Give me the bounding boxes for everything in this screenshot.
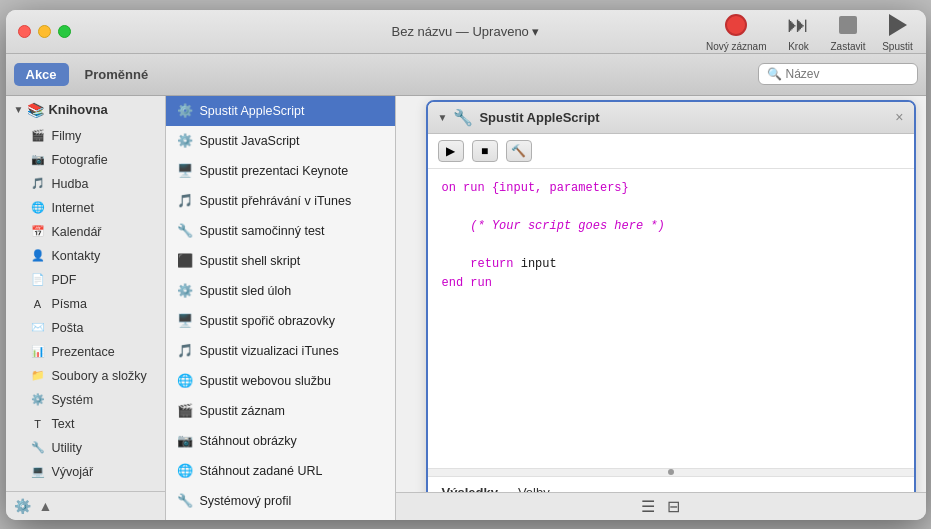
code-line-1 <box>442 198 900 217</box>
action-item-9[interactable]: 🌐 Spustit webovou službu <box>166 366 395 396</box>
action-item-13[interactable]: 🔧 Systémový profil <box>166 486 395 516</box>
panel-close-button[interactable]: × <box>895 110 903 124</box>
sidebar-item-utility[interactable]: 🔧 Utility <box>6 436 165 460</box>
action-item-7[interactable]: 🖥️ Spustit spořič obrazovky <box>166 306 395 336</box>
scroll-dot <box>668 469 674 475</box>
sidebar-triangle: ▼ <box>14 104 24 115</box>
panel-play-icon: ▶ <box>446 144 455 158</box>
action-icon-9: 🌐 <box>176 372 194 390</box>
sidebar-item-filmy[interactable]: 🎬 Filmy <box>6 124 165 148</box>
action-icon-4: 🔧 <box>176 222 194 240</box>
panel-hammer-icon: 🔨 <box>511 144 526 158</box>
panel-header: ▼ 🔧 Spustit AppleScript × <box>428 102 914 134</box>
action-icon-8: 🎵 <box>176 342 194 360</box>
action-list: ⚙️ Spustit AppleScript ⚙️ Spustit JavaSc… <box>166 96 396 520</box>
action-icon-10: 🎬 <box>176 402 194 420</box>
minimize-button[interactable] <box>38 25 51 38</box>
code-line-0: on run {input, parameters} <box>442 179 900 198</box>
step-icon: ⏭ <box>782 11 814 39</box>
film-icon: 🎬 <box>30 128 46 144</box>
close-button[interactable] <box>18 25 31 38</box>
action-item-0[interactable]: ⚙️ Spustit AppleScript <box>166 96 395 126</box>
search-input[interactable] <box>786 67 909 81</box>
code-line-5: end run <box>442 274 900 293</box>
sidebar-item-hudba[interactable]: 🎵 Hudba <box>6 172 165 196</box>
action-icon-6: ⚙️ <box>176 282 194 300</box>
expand-button[interactable]: ▲ <box>39 498 53 514</box>
internet-icon: 🌐 <box>30 200 46 216</box>
toolbar-row: Akce Proměnné 🔍 <box>6 54 926 96</box>
sidebar-item-fotografie[interactable]: 📷 Fotografie <box>6 148 165 172</box>
sidebar-item-pisma[interactable]: A Písma <box>6 292 165 316</box>
panel-script-icon: 🔧 <box>453 108 473 127</box>
fonts-icon: A <box>30 296 46 312</box>
action-item-3[interactable]: 🎵 Spustit přehrávání v iTunes <box>166 186 395 216</box>
action-item-4[interactable]: 🔧 Spustit samočinný test <box>166 216 395 246</box>
main-window: Bez názvu — Upraveno ▾ Nový záznam ⏭ Kro… <box>6 10 926 520</box>
action-item-11[interactable]: 📷 Stáhnout obrázky <box>166 426 395 456</box>
presentation-icon: 📊 <box>30 344 46 360</box>
step-button[interactable]: ⏭ Krok <box>782 11 814 52</box>
action-icon-7: 🖥️ <box>176 312 194 330</box>
pdf-icon: 📄 <box>30 272 46 288</box>
system-icon: ⚙️ <box>30 392 46 408</box>
action-icon-2: 🖥️ <box>176 162 194 180</box>
sidebar-bottom: ⚙️ ▲ <box>6 491 165 520</box>
code-line-4: return input <box>442 255 900 274</box>
action-item-1[interactable]: ⚙️ Spustit JavaScript <box>166 126 395 156</box>
action-item-12[interactable]: 🌐 Stáhnout zadané URL <box>166 456 395 486</box>
action-icon-5: ⬛ <box>176 252 194 270</box>
panel-title: Spustit AppleScript <box>479 110 599 125</box>
play-icon <box>882 11 914 39</box>
tab-akce[interactable]: Akce <box>14 63 69 86</box>
sidebar-item-internet[interactable]: 🌐 Internet <box>6 196 165 220</box>
sidebar-item-pdf[interactable]: 📄 PDF <box>6 268 165 292</box>
sidebar-item-posta[interactable]: ✉️ Pošta <box>6 316 165 340</box>
panel-run-button[interactable]: ▶ <box>438 140 464 162</box>
files-icon: 📁 <box>30 368 46 384</box>
sidebar-item-soubory[interactable]: 📁 Soubory a složky <box>6 364 165 388</box>
panel-stop-button[interactable]: ■ <box>472 140 498 162</box>
panel-compile-button[interactable]: 🔨 <box>506 140 532 162</box>
add-button[interactable]: ⚙️ <box>14 498 31 514</box>
search-icon: 🔍 <box>767 67 782 81</box>
action-icon-0: ⚙️ <box>176 102 194 120</box>
action-icon-3: 🎵 <box>176 192 194 210</box>
action-item-6[interactable]: ⚙️ Spustit sled úloh <box>166 276 395 306</box>
traffic-lights <box>18 25 71 38</box>
script-panel: ▼ 🔧 Spustit AppleScript × ▶ ■ 🔨 <box>396 96 926 520</box>
code-line-2: (* Your script goes here *) <box>442 217 900 236</box>
window-title: Bez názvu — Upraveno ▾ <box>392 24 540 39</box>
action-item-10[interactable]: 🎬 Spustit záznam <box>166 396 395 426</box>
code-editor[interactable]: on run {input, parameters} (* Your scrip… <box>428 169 914 468</box>
action-item-5[interactable]: ⬛ Spustit shell skript <box>166 246 395 276</box>
record-button[interactable]: Nový záznam <box>706 11 767 52</box>
sidebar-item-vyvojar[interactable]: 💻 Vývojář <box>6 460 165 484</box>
library-icon: 📚 <box>27 102 44 118</box>
record-icon <box>720 11 752 39</box>
stop-button[interactable]: Zastavit <box>830 11 865 52</box>
sidebar-item-kontakty[interactable]: 👤 Kontakty <box>6 244 165 268</box>
run-button[interactable]: Spustit <box>882 11 914 52</box>
action-item-2[interactable]: 🖥️ Spustit prezentaci Keynote <box>166 156 395 186</box>
contacts-icon: 👤 <box>30 248 46 264</box>
sidebar-item-system[interactable]: ⚙️ Systém <box>6 388 165 412</box>
columns-view-icon[interactable]: ⊟ <box>667 497 680 516</box>
sidebar-item-text[interactable]: T Text <box>6 412 165 436</box>
panel-collapse-icon[interactable]: ▼ <box>438 112 448 123</box>
action-item-8[interactable]: 🎵 Spustit vizualizaci iTunes <box>166 336 395 366</box>
main-bottom-bar: ☰ ⊟ <box>396 492 926 520</box>
sidebar-header[interactable]: ▼ 📚 Knihovna <box>6 96 165 124</box>
music-icon: 🎵 <box>30 176 46 192</box>
stop-icon <box>832 11 864 39</box>
main-content: ▼ 📚 Knihovna 🎬 Filmy 📷 Fotografie 🎵 Hudb… <box>6 96 926 520</box>
panel-stop-icon: ■ <box>481 144 488 158</box>
list-view-icon[interactable]: ☰ <box>641 497 655 516</box>
sidebar-item-prezentace[interactable]: 📊 Prezentace <box>6 340 165 364</box>
maximize-button[interactable] <box>58 25 71 38</box>
toolbar-buttons: Nový záznam ⏭ Krok Zastavit Spustit <box>706 11 914 52</box>
sidebar-item-kalendar[interactable]: 📅 Kalendář <box>6 220 165 244</box>
tab-promenne[interactable]: Proměnné <box>73 63 161 86</box>
action-item-14[interactable]: 📄 Šifrovat PDF dokumenty <box>166 516 395 520</box>
scroll-indicator <box>428 468 914 476</box>
